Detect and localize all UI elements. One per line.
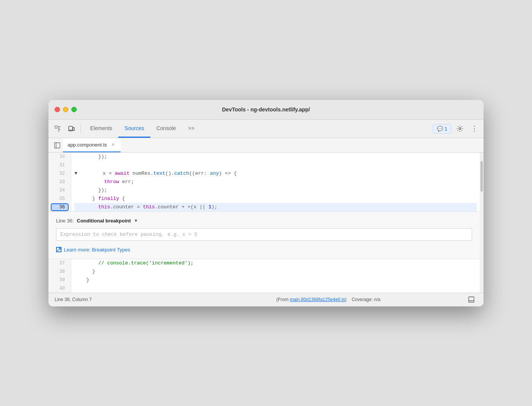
file-tab-app-component[interactable]: app.component.ts × [63,138,121,152]
svg-rect-0 [55,126,57,128]
file-tab-close-button[interactable]: × [110,142,116,148]
line-num-32: 32 [52,169,68,178]
svg-rect-5 [55,143,60,148]
toolbar-divider [81,124,81,133]
tab-sources[interactable]: Sources [118,120,150,138]
status-position: Line 36, Column 7 [55,297,192,302]
code-line-34: }); [74,186,477,195]
code-line-33: throw err; [74,178,477,186]
source-file-link[interactable]: main.80d1368fa125e4e0.js [290,297,345,302]
breakpoint-panel: Line 36: Conditional breakpoint ▼ Expres… [48,211,480,259]
learn-more-link[interactable]: Learn more: Breakpoint Types [56,247,472,253]
settings-button[interactable] [454,122,466,135]
minimize-button[interactable] [63,107,68,112]
more-options-button[interactable]: ⋮ [468,122,480,135]
console-messages-button[interactable]: 💬 1 [433,124,451,134]
sidebar-toggle-button[interactable] [52,138,63,153]
code-editor: 30 31 32 33 34 35 36 }); [48,153,480,211]
line-numbers: 30 31 32 33 34 35 36 [48,153,71,211]
scrollbar[interactable] [480,153,484,293]
maximize-button[interactable] [71,107,77,112]
code-editor-area-bottom: 37 38 39 40 // console.trace('incremente… [48,259,480,293]
main-tabs: Elements Sources Console >> [84,120,431,138]
breakpoint-line-label: Line 36: [56,218,74,224]
line-num-38: 38 [52,267,68,276]
line-num-34: 34 [52,186,68,195]
code-line-40 [74,284,477,293]
svg-point-4 [459,128,461,130]
breakpoint-expression-input[interactable]: Expression to check before pausing, e.g.… [56,228,472,241]
device-toggle-button[interactable] [65,122,77,135]
code-lines-bottom[interactable]: // console.trace('incremented'); } } [71,259,480,293]
devtools-window: DevTools - ng-devtools.netlify.app/ Elem… [48,100,484,306]
code-line-30: }); [74,153,477,161]
code-content: 30 31 32 33 34 35 36 }); [48,153,480,293]
tab-elements[interactable]: Elements [84,120,118,138]
svg-rect-2 [73,127,74,130]
code-line-39: } [74,276,477,284]
svg-rect-7 [469,297,474,302]
scrollbar-thumb[interactable] [480,161,483,192]
code-line-31 [74,161,477,169]
chat-icon: 💬 [437,126,443,132]
tab-more[interactable]: >> [182,120,200,138]
code-lines-top[interactable]: }); ▼ x = await numRes.text().catch((err… [71,153,480,211]
main-toolbar: Elements Sources Console >> 💬 1 ⋮ [48,120,484,138]
close-button[interactable] [55,107,60,112]
status-source: (From main.80d1368fa125e4e0.js) Coverage… [192,297,465,302]
expression-placeholder: Expression to check before pausing, e.g.… [60,232,197,237]
file-tab-bar: app.component.ts × [48,138,484,153]
line-num-36: 36 [52,203,68,211]
traffic-lights [55,107,77,112]
badge-count: 1 [445,126,447,132]
line-num-33: 33 [52,178,68,186]
line-num-37: 37 [52,259,68,267]
tab-console[interactable]: Console [150,120,182,138]
status-right [465,293,477,306]
line-num-31: 31 [52,161,68,169]
line-num-35: 35 [52,195,68,203]
dock-button[interactable] [465,293,477,306]
line-num-30: 30 [52,153,68,161]
code-line-37: // console.trace('incremented'); [74,259,477,267]
breakpoint-type-label: Conditional breakpoint [77,218,131,224]
inspect-element-button[interactable] [52,122,64,135]
collapse-arrow[interactable]: ▼ [74,169,77,178]
line-num-39: 39 [52,276,68,284]
code-line-32: ▼ x = await numRes.text().catch((err: an… [74,169,477,178]
status-bar: Line 36, Column 7 (From main.80d1368fa12… [48,293,484,306]
toolbar-right: 💬 1 ⋮ [433,122,480,135]
line-numbers-bottom: 37 38 39 40 [48,259,71,293]
external-link-icon [56,247,61,252]
breakpoint-header: Line 36: Conditional breakpoint ▼ [56,218,472,224]
code-editor-bottom: 37 38 39 40 // console.trace('incremente… [48,259,480,293]
code-line-35: } finally { [74,195,477,203]
main-content: 30 31 32 33 34 35 36 }); [48,153,484,293]
learn-more-label: Learn more: Breakpoint Types [64,247,130,253]
code-line-36: this.counter = this.counter + +(x || 1); [74,203,477,211]
file-tab-name: app.component.ts [68,142,107,148]
window-title: DevTools - ng-devtools.netlify.app/ [222,106,310,113]
code-editor-area: 30 31 32 33 34 35 36 }); [48,153,480,211]
code-line-38: } [74,267,477,276]
title-bar: DevTools - ng-devtools.netlify.app/ [48,100,484,120]
breakpoint-type-dropdown[interactable]: ▼ [134,218,138,223]
line-num-40: 40 [52,284,68,293]
